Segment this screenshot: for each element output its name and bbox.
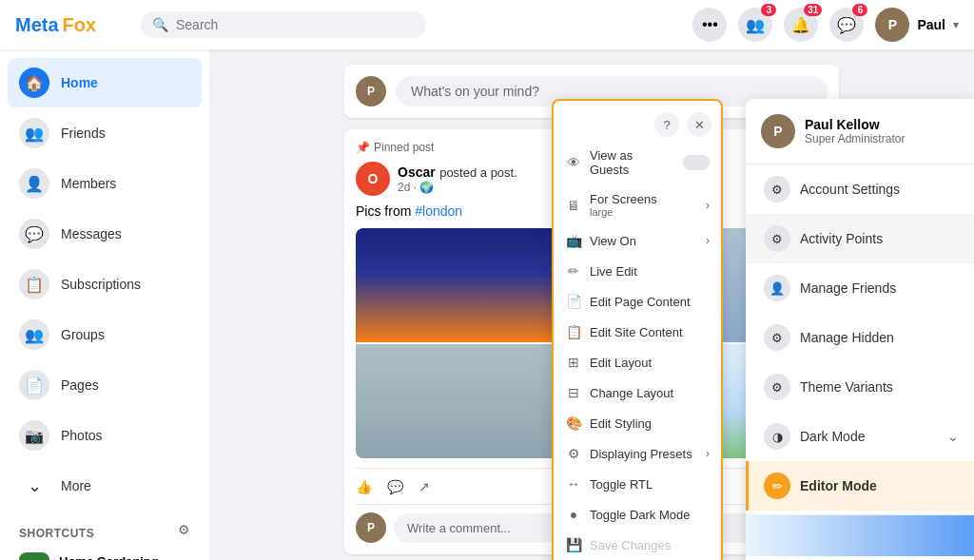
sidebar-item-pages[interactable]: 📄 Pages — [8, 360, 202, 410]
friends-icon: 👥 — [19, 118, 49, 148]
post-author-avatar: O — [356, 162, 390, 196]
user-menu-button[interactable]: P Paul ▾ — [875, 8, 959, 42]
post-meta: 2d · 🌍 — [398, 181, 517, 194]
sidebar-item-label: Members — [61, 176, 116, 191]
dropdown-live-edit[interactable]: ✏ Live Edit — [554, 256, 721, 286]
live-edit-icon: ✏ — [565, 263, 582, 279]
search-bar[interactable]: 🔍 — [141, 11, 426, 38]
groups-icon: 👥 — [19, 319, 49, 350]
close-dropdown-button[interactable]: ✕ — [687, 112, 711, 137]
toggle-dark-mode-icon: ● — [565, 507, 582, 522]
hashtag-link[interactable]: #london — [415, 203, 462, 219]
view-guests-toggle[interactable] — [683, 155, 710, 170]
right-menu-theme-variants[interactable]: ⚙ Theme Variants — [746, 362, 974, 412]
shortcut-home-gardening[interactable]: HG Home Gardening Group — [8, 545, 202, 560]
message-icon: 💬 — [837, 16, 856, 34]
right-menu-label: Editor Mode — [800, 478, 877, 493]
right-menu-manage-friends[interactable]: 👤 Manage Friends — [746, 263, 974, 313]
online-friends-section: Online Friends 📹 ✏ ••• No online friends… — [746, 556, 974, 560]
edit-layout-icon: ⊞ — [565, 355, 582, 370]
manage-hidden-icon: ⚙ — [764, 324, 790, 351]
user-avatar: P — [875, 8, 909, 42]
sidebar-item-more[interactable]: ⌄ More — [8, 461, 202, 511]
dropdown-view-on[interactable]: 📺 View On › — [554, 225, 721, 256]
shortcut-avatar: HG — [19, 552, 49, 560]
shortcuts-header: SHORTCUTS ⚙ — [0, 512, 209, 544]
view-on-icon: 📺 — [565, 233, 582, 248]
subscriptions-icon: 📋 — [19, 269, 49, 299]
sidebar-item-subscriptions[interactable]: 📋 Subscriptions — [8, 260, 202, 309]
profile-name: Paul Kellow — [805, 117, 905, 132]
search-input[interactable] — [176, 17, 415, 32]
arrow-right-icon: › — [706, 447, 710, 460]
right-menu-label: Manage Hidden — [800, 330, 894, 345]
activity-points-icon: ⚙ — [764, 225, 790, 252]
dropdown-edit-site-content[interactable]: 📋 Edit Site Content — [554, 317, 721, 347]
right-menu-label: Activity Points — [800, 231, 883, 246]
dropdown-toggle-rtl[interactable]: ↔ Toggle RTL — [554, 469, 721, 499]
message-notification-button[interactable]: 💬 6 — [829, 8, 864, 42]
dropdown-displaying-presets[interactable]: ⚙ Displaying Presets › — [554, 438, 721, 469]
comment-button[interactable]: 💬 — [387, 479, 403, 494]
bell-icon: 🔔 — [791, 16, 810, 34]
right-menu-manage-hidden[interactable]: ⚙ Manage Hidden — [746, 313, 974, 362]
profile-avatar: P — [761, 114, 795, 148]
friends-badge: 3 — [761, 4, 776, 16]
dropdown-item-label: Edit Site Content — [590, 325, 683, 339]
right-menu-dark-mode[interactable]: ◑ Dark Mode ⌄ — [746, 412, 974, 461]
compose-avatar: P — [356, 76, 386, 106]
sidebar-item-label: Friends — [61, 126, 106, 141]
dropdown-item-label: View On — [590, 234, 636, 248]
edit-site-icon: 📋 — [565, 324, 582, 339]
promo-banner — [746, 514, 974, 556]
help-icon-button[interactable]: ? — [654, 112, 679, 137]
right-menu-label: Manage Friends — [800, 280, 896, 296]
sidebar-item-home[interactable]: 🏠 Home — [8, 58, 202, 107]
right-menu-activity-points[interactable]: ⚙ Activity Points — [746, 214, 974, 263]
dropdown-item-label: Edit Layout — [590, 356, 652, 370]
like-button[interactable]: 👍 — [356, 479, 372, 494]
dropdown-edit-styling[interactable]: 🎨 Edit Styling — [554, 408, 721, 438]
app-logo[interactable]: MetaFox — [15, 14, 129, 36]
dropdown-edit-page-content[interactable]: 📄 Edit Page Content — [554, 286, 721, 317]
shortcuts-settings-icon[interactable]: ⚙ — [178, 522, 190, 537]
right-menu-account-settings[interactable]: ⚙ Account Settings — [746, 164, 974, 214]
top-navigation: MetaFox 🔍 ••• 👥 3 🔔 31 💬 6 P Paul ▾ — [0, 0, 974, 49]
pages-icon: 📄 — [19, 370, 49, 400]
dropdown-view-guests[interactable]: 👁 View as Guests — [554, 141, 721, 184]
right-menu-label: Dark Mode — [800, 429, 865, 444]
dropdown-change-layout[interactable]: ⊟ Change Layout — [554, 377, 721, 408]
sidebar-item-groups[interactable]: 👥 Groups — [8, 310, 202, 359]
sidebar-item-friends[interactable]: 👥 Friends — [8, 108, 202, 158]
right-user-menu: P Paul Kellow Super Administrator ⚙ Acco… — [746, 99, 974, 560]
shortcut-name: Home Gardening — [59, 554, 159, 561]
app-body: 🏠 Home 👥 Friends 👤 Members 💬 Messages 📋 … — [0, 49, 974, 560]
home-icon: 🏠 — [19, 68, 49, 98]
sidebar-item-messages[interactable]: 💬 Messages — [8, 209, 202, 259]
bell-badge: 31 — [804, 4, 822, 16]
sidebar-item-label: Photos — [61, 428, 103, 443]
save-changes-icon: 💾 — [565, 537, 582, 552]
sidebar-item-label: Subscriptions — [61, 277, 141, 292]
nav-right: ••• 👥 3 🔔 31 💬 6 P Paul ▾ — [692, 8, 959, 42]
edit-styling-icon: 🎨 — [565, 415, 582, 431]
sidebar-item-label: More — [61, 478, 91, 493]
sidebar-item-photos[interactable]: 📷 Photos — [8, 411, 202, 460]
dots-button[interactable]: ••• — [692, 8, 727, 42]
dropdown-for-screens[interactable]: 🖥 For Screens large › — [554, 184, 721, 225]
friends-notification-button[interactable]: 👥 3 — [738, 8, 772, 42]
dropdown-item-label: Edit Page Content — [590, 295, 691, 309]
dropdown-item-sublabel: large — [590, 206, 657, 218]
search-icon: 🔍 — [152, 17, 168, 32]
dropdown-edit-layout[interactable]: ⊞ Edit Layout — [554, 347, 721, 377]
pin-icon: 📌 — [356, 141, 370, 154]
dropdown-toggle-dark-mode[interactable]: ● Toggle Dark Mode — [554, 499, 721, 530]
dropdown-item-label: Live Edit — [590, 264, 637, 279]
manage-friends-icon: 👤 — [764, 275, 790, 301]
right-menu-editor-mode[interactable]: ✏ Editor Mode — [746, 461, 974, 511]
bell-notification-button[interactable]: 🔔 31 — [784, 8, 818, 42]
sidebar-item-members[interactable]: 👤 Members — [8, 159, 202, 208]
members-icon: 👤 — [19, 168, 49, 199]
share-button[interactable]: ↗ — [419, 479, 430, 494]
user-name-label: Paul — [917, 17, 945, 32]
